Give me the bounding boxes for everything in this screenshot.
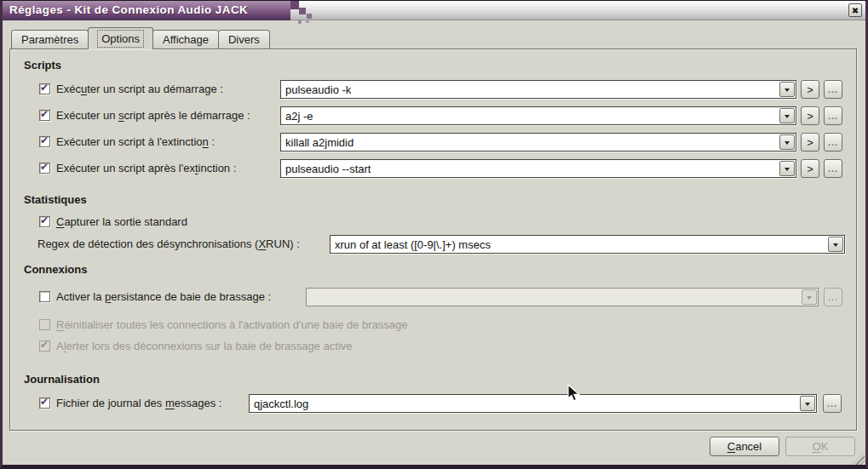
- patchbay-persist-label: Activer la persistance de baie de brassa…: [56, 290, 271, 304]
- post-startup-script-checkbox[interactable]: [39, 110, 50, 121]
- capture-stdout-label: Capturer la sortie standard: [56, 215, 187, 229]
- alert-disconnect-label: Alerter lors des déconnexions sur la bai…: [56, 340, 353, 353]
- shutdown-script-more-button[interactable]: >: [801, 133, 819, 152]
- post-shutdown-script-checkbox[interactable]: [39, 163, 50, 174]
- messages-log-browse-button[interactable]: ...: [823, 394, 842, 413]
- chevron-down-icon: [785, 89, 790, 94]
- shutdown-script-combo[interactable]: killall a2jmidid: [280, 133, 796, 152]
- messages-log-checkbox[interactable]: [39, 398, 50, 409]
- startup-script-browse-button[interactable]: ...: [824, 80, 842, 99]
- post-shutdown-script-browse-button[interactable]: ...: [824, 159, 842, 178]
- combo-value: a2j -e: [281, 110, 779, 123]
- chevron-down-icon: [833, 243, 838, 249]
- close-button[interactable]: ✖: [848, 3, 862, 17]
- post-startup-script-label: Exécuter un script après le démarrage :: [56, 109, 250, 123]
- startup-script-dropdown-button[interactable]: [779, 82, 795, 97]
- post-startup-script-more-button[interactable]: >: [801, 106, 819, 125]
- startup-script-more-button[interactable]: >: [801, 80, 819, 99]
- section-heading-connections: Connexions: [24, 263, 87, 276]
- messages-log-combo[interactable]: qjackctl.log: [249, 394, 817, 413]
- post-startup-script-combo[interactable]: a2j -e: [280, 106, 796, 125]
- patchbay-persist-combo: [306, 288, 819, 306]
- chevron-down-icon: [785, 141, 790, 147]
- shutdown-script-browse-button[interactable]: ...: [824, 133, 842, 152]
- post-shutdown-script-more-button[interactable]: >: [801, 159, 819, 178]
- cancel-button[interactable]: Cancel: [710, 437, 779, 456]
- alert-disconnect-checkbox: [39, 340, 50, 352]
- section-heading-logging: Journalisation: [24, 373, 100, 386]
- combo-value: xrun of at least ([0-9|\.]+) msecs: [331, 238, 828, 251]
- xrun-regex-combo[interactable]: xrun of at least ([0-9|\.]+) msecs: [330, 235, 845, 254]
- post-shutdown-script-dropdown-button[interactable]: [779, 161, 795, 176]
- title-bar[interactable]: Réglages - Kit de Connexion Audio JACK ✖: [3, 1, 865, 20]
- title-bar-decoration: [290, 1, 299, 9]
- post-startup-script-dropdown-button[interactable]: [779, 108, 795, 123]
- shutdown-script-label: Exécuter un script à l'extinction :: [56, 135, 215, 149]
- reset-connections-label: Réinitialiser toutes les connections à l…: [56, 318, 408, 332]
- section-heading-statistics: Statistiques: [24, 193, 87, 206]
- messages-log-dropdown-button[interactable]: [800, 396, 815, 411]
- patchbay-persist-checkbox[interactable]: [39, 291, 50, 302]
- tab-affichage[interactable]: Affichage: [152, 30, 219, 49]
- reset-connections-checkbox: [39, 319, 50, 330]
- tab-label: Divers: [228, 33, 260, 46]
- capture-stdout-checkbox[interactable]: [39, 216, 50, 227]
- section-heading-scripts: Scripts: [24, 59, 61, 71]
- tab-options[interactable]: Options: [88, 27, 153, 49]
- startup-script-label: Exécuter un script au démarrage :: [56, 83, 223, 96]
- window-title: Réglages - Kit de Connexion Audio JACK: [9, 1, 248, 20]
- options-panel: Scripts Exécuter un script au démarrage …: [9, 49, 857, 431]
- title-bar-right: [290, 1, 865, 20]
- tab-label: Affichage: [163, 33, 209, 46]
- chevron-down-icon: [807, 296, 812, 302]
- tab-parametres[interactable]: Paramètres: [11, 30, 89, 49]
- tab-bar: Paramètres Options Affichage Divers: [11, 27, 269, 49]
- chevron-down-icon: [785, 115, 790, 121]
- patchbay-persist-dropdown-button: [802, 289, 817, 305]
- xrun-regex-dropdown-button[interactable]: [828, 237, 843, 252]
- post-shutdown-script-combo[interactable]: pulseaudio --start: [280, 159, 796, 178]
- startup-script-checkbox[interactable]: [39, 83, 50, 94]
- tab-label: Paramètres: [21, 33, 78, 46]
- messages-log-label: Fichier de journal des messages :: [56, 397, 221, 410]
- tab-divers[interactable]: Divers: [218, 30, 270, 49]
- combo-value: qjackctl.log: [250, 398, 800, 410]
- xrun-regex-label: Regex de détection des désynchronisation…: [37, 237, 300, 251]
- chevron-down-icon: [805, 403, 810, 409]
- combo-value: pulseaudio -k: [281, 83, 779, 96]
- chevron-down-icon: [785, 168, 790, 174]
- patchbay-persist-browse-button: ...: [824, 288, 842, 306]
- tab-label: Options: [98, 31, 143, 47]
- shutdown-script-dropdown-button[interactable]: [779, 134, 795, 150]
- startup-script-combo[interactable]: pulseaudio -k: [280, 80, 796, 99]
- settings-dialog: Réglages - Kit de Connexion Audio JACK ✖…: [0, 0, 868, 469]
- mouse-cursor-icon: [567, 384, 581, 403]
- combo-value: killall a2jmidid: [281, 136, 779, 149]
- ok-button: OK: [785, 437, 855, 456]
- post-shutdown-script-label: Exécuter un script après l'extinction :: [56, 162, 236, 175]
- post-startup-script-browse-button[interactable]: ...: [824, 106, 842, 125]
- shutdown-script-checkbox[interactable]: [39, 136, 50, 147]
- combo-value: pulseaudio --start: [281, 163, 779, 175]
- close-icon: ✖: [852, 6, 859, 15]
